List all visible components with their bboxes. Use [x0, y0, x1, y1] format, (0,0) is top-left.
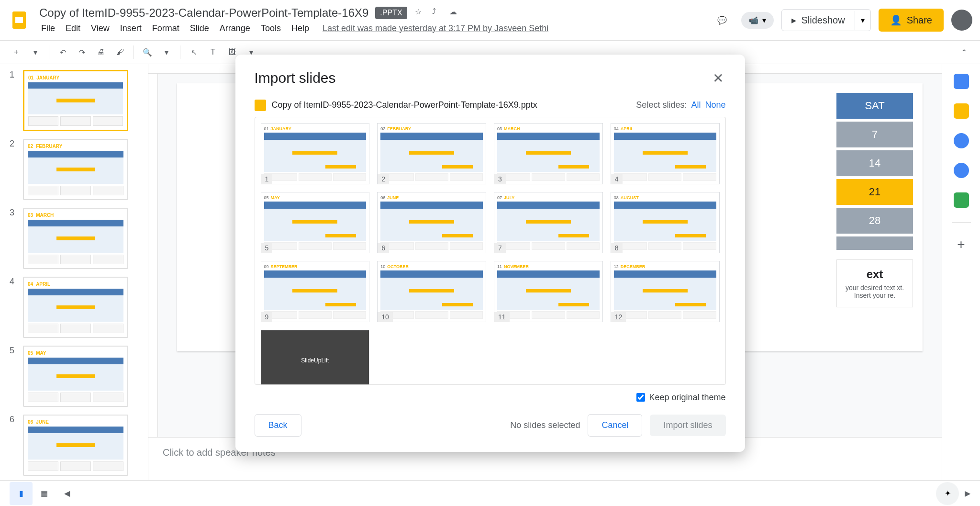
import-slides-dialog: Import slides ✕ Copy of ItemID-9955-2023…: [235, 55, 745, 452]
import-slide-thumbnail[interactable]: 06JUNE 6: [377, 192, 486, 253]
select-slides-label: Select slides:: [636, 100, 687, 110]
slide-index: 12: [611, 312, 626, 322]
select-slides-controls: Select slides: All None: [636, 100, 725, 110]
import-slide-thumbnail[interactable]: 05MAY 5: [261, 192, 370, 253]
slide-index: 3: [494, 174, 506, 184]
import-slide-thumbnail[interactable]: 03MARCH 3: [494, 123, 603, 184]
import-slide-thumbnail[interactable]: 10OCTOBER 10: [377, 261, 486, 322]
import-slide-thumbnail[interactable]: 08AUGUST 8: [611, 192, 720, 253]
import-slides-button[interactable]: Import slides: [650, 415, 725, 436]
slide-index: 7: [494, 243, 506, 253]
slide-index: 5: [261, 243, 273, 253]
slide-index: 2: [378, 174, 389, 184]
import-slide-thumbnail[interactable]: 11NOVEMBER 11: [494, 261, 603, 322]
keep-theme-checkbox-label[interactable]: Keep original theme: [636, 393, 725, 403]
slides-file-icon: [255, 100, 266, 111]
import-slide-thumbnail[interactable]: SlideUpLift: [261, 330, 370, 385]
selection-status: No slides selected: [510, 420, 580, 430]
import-slide-thumbnail[interactable]: 07JULY 7: [494, 192, 603, 253]
import-slide-thumbnail[interactable]: 12DECEMBER 12: [611, 261, 720, 322]
slide-index: 8: [611, 243, 623, 253]
import-slide-thumbnail[interactable]: 02FEBRUARY 2: [377, 123, 486, 184]
keep-theme-checkbox[interactable]: [636, 393, 645, 402]
modal-overlay: Import slides ✕ Copy of ItemID-9955-2023…: [0, 0, 980, 506]
dark-slide-label: SlideUpLift: [301, 357, 329, 364]
close-icon[interactable]: ✕: [711, 70, 726, 86]
slide-index: 4: [611, 174, 623, 184]
file-name: Copy of ItemID-9955-2023-Calendar-PowerP…: [272, 100, 537, 110]
import-slide-thumbnail[interactable]: 09SEPTEMBER 9: [261, 261, 370, 322]
slide-index: 10: [378, 312, 393, 322]
import-slide-thumbnail[interactable]: 04APRIL 4: [611, 123, 720, 184]
select-all-link[interactable]: All: [691, 100, 701, 110]
import-slide-thumbnail[interactable]: 01JANUARY 1: [261, 123, 370, 184]
keep-theme-text: Keep original theme: [649, 393, 725, 403]
slide-index: 9: [261, 312, 273, 322]
slide-index: 11: [494, 312, 510, 322]
slide-index: 6: [378, 243, 389, 253]
dialog-title: Import slides: [255, 70, 336, 86]
slide-index: 1: [261, 174, 273, 184]
slides-grid-container[interactable]: 01JANUARY 1 02FEBRUARY 2 03MARCH 3 04APR…: [255, 117, 726, 385]
select-none-link[interactable]: None: [705, 100, 725, 110]
back-button[interactable]: Back: [255, 414, 301, 437]
cancel-button[interactable]: Cancel: [588, 414, 642, 437]
